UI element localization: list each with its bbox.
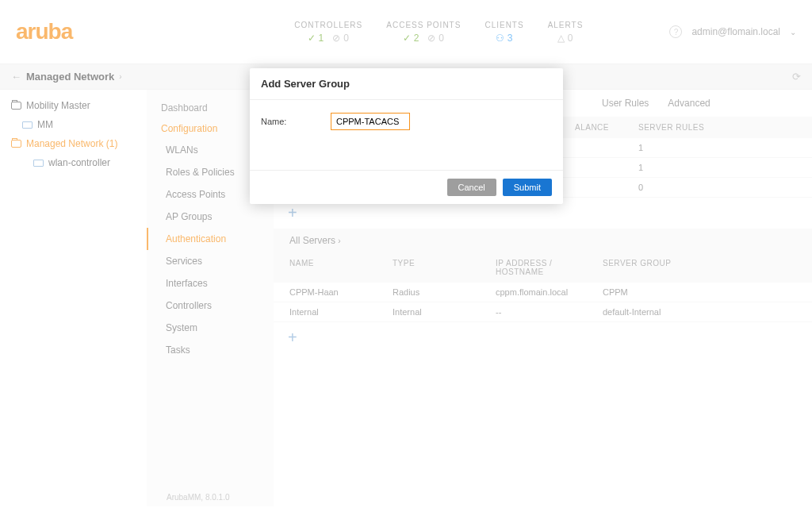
name-input[interactable] — [331, 113, 410, 130]
name-label: Name: — [261, 117, 324, 126]
add-server-group-dialog: Add Server Group Name: Cancel Submit — [250, 68, 563, 204]
dialog-title: Add Server Group — [250, 68, 563, 100]
submit-button[interactable]: Submit — [503, 179, 552, 196]
cancel-button[interactable]: Cancel — [447, 179, 496, 196]
